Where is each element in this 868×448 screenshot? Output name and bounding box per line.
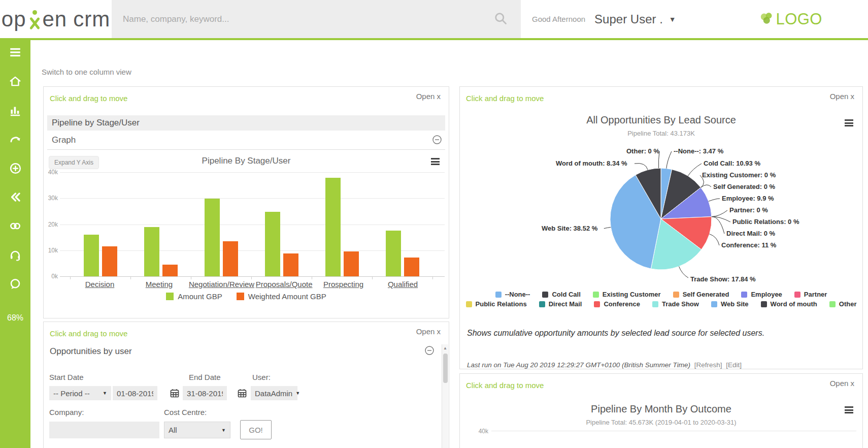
- bar-chart-icon[interactable]: [0, 104, 30, 117]
- legend-item[interactable]: Existing Customer: [593, 291, 661, 298]
- category-link[interactable]: Negotiation/Review: [189, 280, 254, 289]
- bar-weighted-amount-gbp[interactable]: [102, 246, 117, 276]
- x-axis-tick: [251, 276, 252, 279]
- user-menu[interactable]: Super User .: [594, 12, 663, 26]
- scrollbar-thumb[interactable]: [443, 354, 448, 383]
- open-widget-link[interactable]: Open x: [830, 92, 854, 101]
- logo-part-1: op: [2, 7, 26, 31]
- calendar-icon[interactable]: [237, 388, 247, 398]
- redo-arrow-icon[interactable]: [0, 133, 30, 146]
- gridline: [60, 276, 445, 277]
- switch-column-view-link[interactable]: Switch to one column view: [42, 68, 131, 76]
- period-select[interactable]: -- Period -- ▼: [49, 386, 111, 400]
- home-icon[interactable]: [0, 75, 30, 88]
- scroll-up-icon[interactable]: ▲: [442, 344, 448, 350]
- legend-item[interactable]: Conference: [594, 300, 640, 308]
- legend-item[interactable]: Other: [829, 300, 857, 308]
- pie-label-self-generated: Self Generated: 0 %: [713, 183, 775, 190]
- legend-item[interactable]: Public Relations: [466, 300, 527, 308]
- chart-menu-icon[interactable]: [845, 406, 853, 415]
- top-header: op en crm Good Afternoon Super User . ▼: [0, 0, 868, 38]
- pie-connector: [709, 199, 720, 201]
- legend-swatch: [166, 293, 174, 300]
- app-logo[interactable]: op en crm: [0, 0, 112, 38]
- edit-link[interactable]: [Edit]: [726, 361, 742, 369]
- opportunities-by-user-panel: Click and drag to move Open x Opportunit…: [43, 322, 449, 448]
- search-input[interactable]: [112, 14, 493, 24]
- chart-menu-icon[interactable]: [845, 119, 853, 128]
- user-select[interactable]: DataAdmin ▼: [251, 386, 297, 400]
- legend-item[interactable]: Self Generated: [673, 291, 729, 298]
- legend-item[interactable]: Cold Call: [542, 291, 580, 298]
- pie-label-trade-show: Trade Show: 17.84 %: [690, 275, 756, 283]
- category-link[interactable]: Decision: [70, 280, 129, 289]
- bar-amount-gbp[interactable]: [205, 199, 220, 276]
- drag-handle[interactable]: Click and drag to move: [50, 94, 127, 103]
- add-circle-icon[interactable]: [0, 162, 30, 175]
- bar-weighted-amount-gbp[interactable]: [223, 241, 238, 276]
- bar-amount-gbp[interactable]: [84, 235, 99, 276]
- bar-weighted-amount-gbp[interactable]: [404, 258, 419, 276]
- refresh-link[interactable]: [Refresh]: [694, 361, 722, 369]
- legend-swatch: [761, 301, 767, 307]
- open-widget-link[interactable]: Open x: [416, 92, 441, 101]
- legend-item[interactable]: Partner: [794, 291, 827, 298]
- legend-item[interactable]: --None--: [495, 291, 530, 298]
- collapse-icon[interactable]: [424, 345, 435, 358]
- headset-icon[interactable]: [0, 248, 30, 262]
- bar-chart-title: Pipeline By Stage/User: [44, 156, 449, 166]
- chart-menu-icon[interactable]: [431, 158, 440, 167]
- cost-centre-select[interactable]: All ▼: [164, 422, 230, 438]
- collapse-icon[interactable]: [432, 135, 442, 147]
- lead-source-panel: Click and drag to move Open x All Opport…: [459, 86, 863, 369]
- end-date-input[interactable]: [183, 386, 227, 400]
- open-widget-link[interactable]: Open x: [416, 327, 441, 336]
- chat-bubble-icon[interactable]: [0, 277, 30, 291]
- pipeline-stage-panel: Click and drag to move Open x Pipeline b…: [43, 86, 449, 318]
- company-input[interactable]: [49, 422, 159, 438]
- legend-swatch: [466, 301, 472, 307]
- greeting-text: Good Afternoon: [532, 15, 585, 23]
- legend-swatch: [829, 301, 836, 307]
- bar-weighted-amount-gbp[interactable]: [283, 253, 298, 276]
- legend-item[interactable]: Employee: [741, 291, 782, 298]
- open-widget-link[interactable]: Open x: [830, 379, 854, 388]
- bar-amount-gbp[interactable]: [386, 231, 401, 276]
- company-brand[interactable]: LOGO: [758, 0, 822, 38]
- category-link[interactable]: Meeting: [129, 280, 189, 289]
- pie-chart-subtitle: Pipeline Total: 43.173K: [460, 130, 862, 137]
- drag-handle[interactable]: Click and drag to move: [50, 329, 127, 338]
- drag-handle[interactable]: Click and drag to move: [466, 94, 544, 103]
- bar-amount-gbp[interactable]: [265, 212, 280, 276]
- calendar-icon[interactable]: [170, 388, 180, 398]
- legend-swatch: [237, 293, 244, 300]
- drag-handle[interactable]: Click and drag to move: [466, 381, 544, 390]
- category-link[interactable]: Qualified: [373, 280, 432, 289]
- bar-amount-gbp[interactable]: [325, 178, 341, 276]
- search-icon[interactable]: [493, 11, 508, 27]
- menu-icon[interactable]: [0, 46, 30, 59]
- legend-item[interactable]: Weighted Amount GBP: [237, 292, 326, 301]
- bar-weighted-amount-gbp[interactable]: [162, 265, 178, 276]
- legend-item[interactable]: Word of mouth: [761, 300, 817, 308]
- rings-icon[interactable]: [0, 219, 30, 233]
- legend-item[interactable]: Web Site: [711, 300, 749, 308]
- collapse-sidebar-icon[interactable]: [0, 190, 30, 204]
- go-button[interactable]: GO!: [240, 420, 272, 439]
- panel-scrollbar[interactable]: ▲: [442, 344, 448, 448]
- category-link[interactable]: Prospecting: [314, 280, 373, 289]
- user-caret-icon[interactable]: ▼: [669, 15, 676, 23]
- bar-chart-plot: 40k30k20k10k0kDecisionMeetingNegotiation…: [44, 172, 449, 294]
- start-date-input[interactable]: [113, 386, 157, 400]
- legend-swatch: [594, 301, 600, 307]
- pie-connector: [679, 267, 689, 278]
- legend-item[interactable]: Amount GBP: [166, 292, 222, 301]
- bar-chart-legend: Amount GBPWeighted Amount GBP: [44, 292, 449, 301]
- legend-item[interactable]: Trade Show: [652, 300, 699, 308]
- bar-weighted-amount-gbp[interactable]: [344, 251, 359, 276]
- bar-amount-gbp[interactable]: [144, 227, 159, 276]
- opencrm-dashboard: op en crm Good Afternoon Super User . ▼: [0, 0, 868, 448]
- category-link[interactable]: Proposals/Quote: [254, 280, 314, 289]
- legend-item[interactable]: Direct Mail: [539, 300, 582, 308]
- widget-header[interactable]: Pipeline by Stage/User: [47, 115, 445, 131]
